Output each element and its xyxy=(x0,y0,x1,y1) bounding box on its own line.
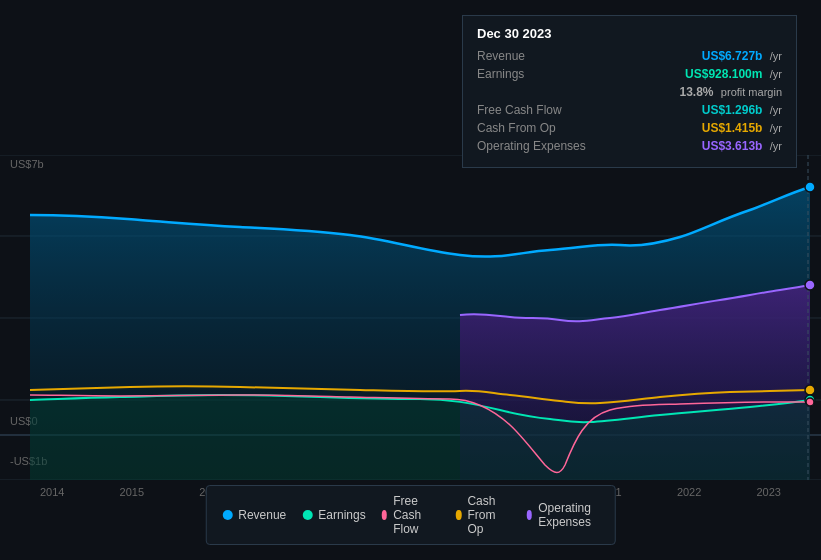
legend-item-fcf[interactable]: Free Cash Flow xyxy=(382,494,440,536)
tooltip-row-fcf: Free Cash Flow US$1.296b /yr xyxy=(477,103,782,117)
legend-dot-revenue xyxy=(222,510,232,520)
tooltip-label-cfo: Cash From Op xyxy=(477,121,587,135)
tooltip-label-fcf: Free Cash Flow xyxy=(477,103,587,117)
tooltip-unit-earnings: /yr xyxy=(770,68,782,80)
legend-item-revenue[interactable]: Revenue xyxy=(222,508,286,522)
tooltip-label-opex: Operating Expenses xyxy=(477,139,587,153)
tooltip-unit-fcf: /yr xyxy=(770,104,782,116)
svg-point-7 xyxy=(805,182,815,192)
tooltip-row-revenue: Revenue US$6.727b /yr xyxy=(477,49,782,63)
legend-item-opex[interactable]: Operating Expenses xyxy=(527,501,599,529)
tooltip-row-cfo: Cash From Op US$1.415b /yr xyxy=(477,121,782,135)
legend-dot-fcf xyxy=(382,510,388,520)
tooltip-value-fcf: US$1.296b xyxy=(702,103,763,117)
legend-label-opex: Operating Expenses xyxy=(538,501,599,529)
tooltip-box: Dec 30 2023 Revenue US$6.727b /yr Earnin… xyxy=(462,15,797,168)
tooltip-label-revenue: Revenue xyxy=(477,49,587,63)
legend-dot-cfo xyxy=(456,510,462,520)
x-label-2015: 2015 xyxy=(120,486,144,498)
svg-point-11 xyxy=(806,398,814,406)
tooltip-margin-text: profit margin xyxy=(721,86,782,98)
tooltip-row-earnings: Earnings US$928.100m /yr xyxy=(477,67,782,81)
chart-container: Dec 30 2023 Revenue US$6.727b /yr Earnin… xyxy=(0,0,821,560)
chart-svg xyxy=(0,155,821,480)
tooltip-label-earnings: Earnings xyxy=(477,67,587,81)
svg-point-8 xyxy=(805,280,815,290)
tooltip-value-revenue: US$6.727b xyxy=(702,49,763,63)
legend-label-earnings: Earnings xyxy=(318,508,365,522)
tooltip-row-opex: Operating Expenses US$3.613b /yr xyxy=(477,139,782,153)
legend-item-cfo[interactable]: Cash From Op xyxy=(456,494,511,536)
legend-label-cfo: Cash From Op xyxy=(467,494,510,536)
tooltip-unit-cfo: /yr xyxy=(770,122,782,134)
tooltip-date: Dec 30 2023 xyxy=(477,26,782,41)
tooltip-value-opex: US$3.613b xyxy=(702,139,763,153)
tooltip-value-earnings: US$928.100m xyxy=(685,67,762,81)
tooltip-unit-opex: /yr xyxy=(770,140,782,152)
x-label-2014: 2014 xyxy=(40,486,64,498)
legend-label-fcf: Free Cash Flow xyxy=(393,494,440,536)
legend-dot-earnings xyxy=(302,510,312,520)
legend-item-earnings[interactable]: Earnings xyxy=(302,508,365,522)
tooltip-value-margin: 13.8% xyxy=(679,85,713,99)
svg-point-9 xyxy=(805,385,815,395)
legend-label-revenue: Revenue xyxy=(238,508,286,522)
legend-dot-opex xyxy=(527,510,533,520)
tooltip-row-margin: 13.8% profit margin xyxy=(477,85,782,99)
x-label-2022: 2022 xyxy=(677,486,701,498)
x-label-2023: 2023 xyxy=(756,486,780,498)
tooltip-value-cfo: US$1.415b xyxy=(702,121,763,135)
tooltip-unit-revenue: /yr xyxy=(770,50,782,62)
legend: Revenue Earnings Free Cash Flow Cash Fro… xyxy=(205,485,616,545)
